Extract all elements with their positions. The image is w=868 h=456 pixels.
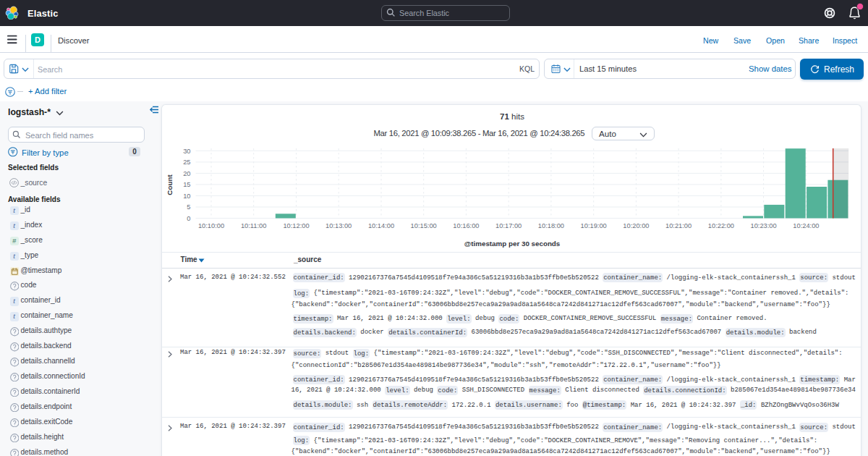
svg-text:10:16:00: 10:16:00 xyxy=(453,221,479,229)
svg-text:5: 5 xyxy=(187,203,190,211)
svg-text:10:21:00: 10:21:00 xyxy=(665,221,692,229)
svg-text:10:24:00: 10:24:00 xyxy=(793,221,819,229)
svg-text:10:13:00: 10:13:00 xyxy=(326,221,352,229)
svg-text:10:15:00: 10:15:00 xyxy=(411,221,437,229)
svg-text:15: 15 xyxy=(183,181,190,188)
svg-text:10:22:00: 10:22:00 xyxy=(708,221,734,229)
svg-text:25: 25 xyxy=(183,159,190,166)
svg-text:10:10:00: 10:10:00 xyxy=(198,221,224,229)
svg-text:0: 0 xyxy=(187,214,190,221)
svg-text:10:19:00: 10:19:00 xyxy=(581,221,607,229)
svg-text:30: 30 xyxy=(183,147,190,154)
svg-text:10:23:00: 10:23:00 xyxy=(750,221,776,229)
svg-text:10:14:00: 10:14:00 xyxy=(368,221,394,229)
svg-text:20: 20 xyxy=(183,169,190,177)
svg-text:10:18:00: 10:18:00 xyxy=(538,221,564,229)
svg-text:10:20:00: 10:20:00 xyxy=(623,221,649,229)
svg-text:10:11:00: 10:11:00 xyxy=(241,221,267,229)
svg-text:Count: Count xyxy=(166,174,174,195)
svg-text:10: 10 xyxy=(183,192,190,199)
svg-text:10:17:00: 10:17:00 xyxy=(495,221,522,229)
svg-text:@timestamp per 30 seconds: @timestamp per 30 seconds xyxy=(464,239,561,247)
svg-text:10:12:00: 10:12:00 xyxy=(283,221,309,229)
